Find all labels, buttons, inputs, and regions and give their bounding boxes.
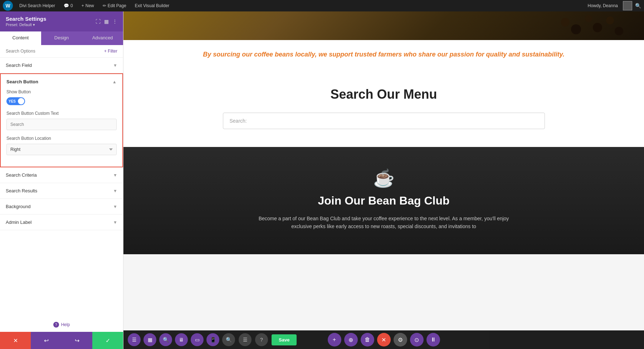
- toolbar-right-search[interactable]: 🔍: [222, 333, 235, 346]
- settings-gear-button[interactable]: ⚙: [394, 333, 407, 346]
- edit-page-label: Edit Page: [108, 3, 126, 8]
- save-button[interactable]: Save: [272, 334, 297, 345]
- custom-text-label: Search Button Custom Text: [6, 111, 117, 116]
- comment-link[interactable]: 💬 0: [62, 0, 75, 11]
- nav-right-section: Howdy, Deanna 🔍: [586, 1, 641, 10]
- fullscreen-icon[interactable]: ⛶: [96, 19, 101, 24]
- settings-tabs: Content Design Advanced: [0, 31, 123, 45]
- close-module-button[interactable]: ✕: [377, 333, 391, 346]
- admin-label-section: Admin Label ▼: [0, 215, 123, 230]
- new-link[interactable]: + New: [79, 0, 96, 11]
- toolbar-menu-icon[interactable]: ☰: [128, 333, 141, 346]
- cancel-button[interactable]: ✕: [0, 332, 31, 349]
- search-results-chevron: ▼: [113, 188, 117, 193]
- quote-text: By sourcing our coffee beans locally, we…: [131, 51, 637, 58]
- redo-button[interactable]: ↪: [62, 332, 92, 349]
- new-label: New: [86, 3, 94, 8]
- wordpress-logo[interactable]: W: [3, 1, 13, 11]
- plus-icon: +: [82, 3, 84, 8]
- add-row-button[interactable]: ⊕: [344, 333, 358, 346]
- svg-point-4: [606, 16, 614, 24]
- edit-page-link[interactable]: ✏ Edit Page: [101, 0, 128, 11]
- background-header[interactable]: Background ▼: [0, 199, 123, 214]
- nav-search-icon[interactable]: 🔍: [635, 3, 641, 9]
- custom-text-field: Search Button Custom Text: [6, 111, 117, 130]
- svg-point-1: [571, 24, 581, 34]
- panel-header-text: Search Settings Preset: Default ▾: [6, 16, 46, 27]
- admin-label-label: Admin Label: [6, 220, 31, 225]
- pause-button[interactable]: ⏸: [426, 333, 440, 346]
- search-button-chevron: ▲: [112, 79, 117, 84]
- search-results-section: Search Results ▼: [0, 183, 123, 199]
- divi-search-helper-label: Divi Search Helper: [19, 3, 55, 8]
- panel-title: Search Settings: [6, 16, 46, 22]
- user-avatar[interactable]: [623, 1, 632, 10]
- help-label: Help: [61, 322, 70, 327]
- search-options-bar: Search Options + Filter: [0, 45, 123, 58]
- search-field-chevron: ▼: [113, 63, 117, 68]
- panel-header: Search Settings Preset: Default ▾ ⛶ ▦ ⋮: [0, 11, 123, 31]
- search-button-content: Show Button YES Search Button Custom Tex…: [1, 89, 122, 167]
- target-button[interactable]: ⊙: [410, 333, 424, 346]
- toolbar-search-icon[interactable]: 🔍: [159, 333, 172, 346]
- tab-content[interactable]: Content: [0, 31, 41, 45]
- delete-button[interactable]: 🗑: [361, 333, 374, 346]
- dark-section: ☕ Join Our Bean Bag Club Become a part o…: [123, 147, 644, 254]
- help-row[interactable]: ? Help: [0, 318, 123, 332]
- show-button-field: Show Button YES: [6, 89, 117, 105]
- coffee-beans-svg: [558, 11, 630, 40]
- search-field-label: Search Field: [6, 63, 32, 68]
- tab-design[interactable]: Design: [41, 31, 82, 45]
- toolbar-right-help[interactable]: ?: [255, 333, 268, 346]
- svg-point-0: [561, 18, 570, 26]
- floating-action-buttons: + ⊕ 🗑 ✕ ⚙ ⊙ ⏸: [328, 333, 440, 346]
- toolbar-right: 🔍 ☰ ? Save: [222, 333, 297, 346]
- bottom-toolbar: ☰ ▦ 🔍 🖥 ▭ 📱 + ⊕ 🗑 ✕ ⚙ ⊙ ⏸ 🔍 ☰ ? Save: [123, 330, 644, 349]
- show-button-toggle[interactable]: YES: [6, 97, 25, 105]
- coffee-beans-image: [123, 11, 644, 40]
- undo-button[interactable]: ↩: [31, 332, 62, 349]
- search-field-section: Search Field ▼: [0, 58, 123, 73]
- svg-point-3: [593, 23, 602, 32]
- quote-section: By sourcing our coffee beans locally, we…: [123, 40, 644, 69]
- svg-point-5: [615, 27, 623, 35]
- search-button-section: Search Button ▲ Show Button YES Se: [0, 73, 123, 167]
- search-results-header[interactable]: Search Results ▼: [0, 183, 123, 198]
- toolbar-desktop-icon[interactable]: 🖥: [175, 333, 188, 346]
- show-button-label: Show Button: [6, 89, 117, 94]
- filter-button[interactable]: + Filter: [104, 49, 117, 54]
- toggle-yes-label: YES: [9, 99, 16, 103]
- search-button-header[interactable]: Search Button ▲: [1, 74, 122, 89]
- coffee-cup-icon: ☕: [131, 168, 637, 188]
- search-criteria-header[interactable]: Search Criteria ▼: [0, 167, 123, 183]
- search-field-header[interactable]: Search Field ▼: [0, 58, 123, 73]
- custom-text-input[interactable]: [6, 119, 117, 130]
- divi-search-helper-link[interactable]: Divi Search Helper: [17, 0, 57, 11]
- location-select[interactable]: Left Right None: [6, 144, 117, 155]
- toolbar-grid-icon[interactable]: ▦: [143, 333, 156, 346]
- toolbar-mobile-icon[interactable]: 📱: [206, 333, 219, 346]
- background-section: Background ▼: [0, 199, 123, 215]
- add-module-button[interactable]: +: [328, 333, 341, 346]
- toggle-thumb: [18, 98, 24, 104]
- dark-section-title: Join Our Bean Bag Club: [131, 194, 637, 207]
- admin-label-header[interactable]: Admin Label ▼: [0, 215, 123, 230]
- comment-count: 0: [70, 3, 73, 8]
- background-label: Background: [6, 204, 30, 209]
- panel-preset[interactable]: Preset: Default ▾: [6, 23, 46, 27]
- save-check-button[interactable]: ✓: [92, 332, 123, 349]
- columns-icon[interactable]: ▦: [104, 19, 109, 24]
- toolbar-right-layers[interactable]: ☰: [239, 333, 252, 346]
- help-icon: ?: [53, 322, 59, 328]
- exit-builder-link[interactable]: Exit Visual Builder: [133, 0, 172, 11]
- left-settings-panel: Search Settings Preset: Default ▾ ⛶ ▦ ⋮ …: [0, 11, 123, 349]
- search-area: Search Our Menu Search:: [123, 69, 644, 147]
- tab-advanced[interactable]: Advanced: [82, 31, 123, 45]
- search-criteria-label: Search Criteria: [6, 172, 37, 178]
- search-bar[interactable]: Search:: [223, 113, 545, 129]
- location-field: Search Button Location Left Right None: [6, 136, 117, 155]
- main-layout: Search Settings Preset: Default ▾ ⛶ ▦ ⋮ …: [0, 11, 644, 349]
- toolbar-tablet-icon[interactable]: ▭: [191, 333, 204, 346]
- top-navigation: W Divi Search Helper 💬 0 + New ✏ Edit Pa…: [0, 0, 644, 11]
- more-options-icon[interactable]: ⋮: [112, 19, 117, 24]
